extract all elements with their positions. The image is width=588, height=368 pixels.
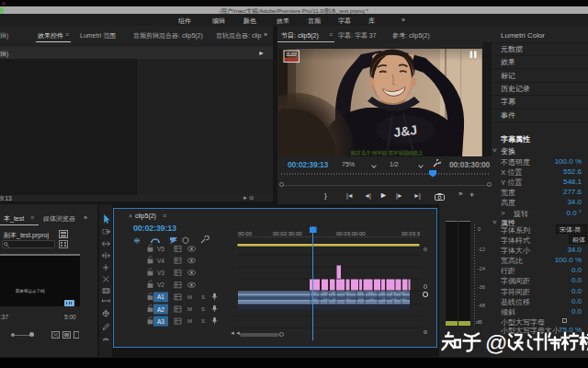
svg-text:S: S: [201, 318, 205, 324]
svg-text:V2: V2: [157, 282, 164, 288]
svg-text:J&J: J&J: [392, 121, 417, 139]
svg-text:M: M: [187, 318, 192, 324]
svg-text:V5: V5: [157, 246, 164, 252]
svg-text:@: @: [485, 330, 507, 355]
svg-text:M: M: [187, 294, 192, 300]
svg-text:00:02:30:00: 00:02:30:00: [273, 231, 302, 236]
svg-text:00:00: 00:00: [238, 231, 253, 236]
svg-text:刚才儿子:对不起 在不该说的路上: 刚才儿子:对不起 在不该说的路上: [351, 150, 424, 156]
svg-text:S: S: [201, 306, 205, 312]
svg-text:V4: V4: [157, 258, 164, 264]
svg-text:00:03:30:0: 00:03:30:0: [401, 231, 420, 236]
svg-text:S: S: [201, 294, 205, 300]
svg-text:00:03:00:00: 00:03:00:00: [336, 231, 366, 236]
svg-text:V3: V3: [157, 270, 164, 276]
svg-text:A2: A2: [157, 306, 164, 313]
svg-text:A1: A1: [157, 293, 164, 300]
svg-text:M: M: [187, 306, 192, 312]
svg-text:A3: A3: [157, 318, 164, 325]
